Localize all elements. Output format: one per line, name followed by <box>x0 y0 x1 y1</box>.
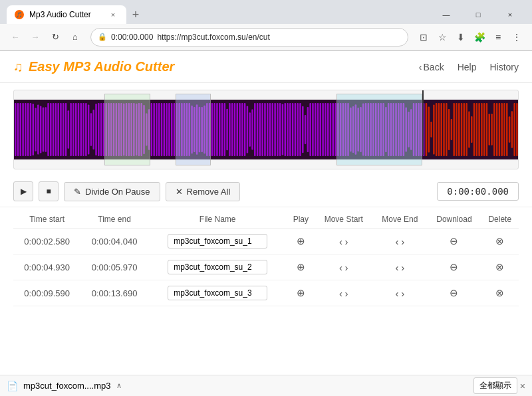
move-end-left-button[interactable]: ‹ <box>396 236 399 247</box>
cell-time-start: 0:00:09.590 <box>13 280 80 306</box>
svg-rect-124 <box>325 103 326 156</box>
cell-delete[interactable]: ⊗ <box>481 229 519 254</box>
move-start-right-button[interactable]: › <box>345 236 348 247</box>
divide-on-pause-button[interactable]: ✎ Divide On Pause <box>64 182 160 201</box>
chevron-up-icon[interactable]: ∧ <box>116 381 122 390</box>
history-link[interactable]: History <box>489 62 519 72</box>
file-icon: 📄 <box>7 381 18 391</box>
cell-delete[interactable]: ⊗ <box>481 254 519 280</box>
svg-rect-19 <box>60 103 61 156</box>
minimize-button[interactable]: — <box>431 5 462 24</box>
restore-button[interactable]: □ <box>463 5 493 24</box>
cell-file-name[interactable] <box>148 254 287 280</box>
download-icon[interactable]: ⬇ <box>452 29 469 46</box>
stop-button[interactable]: ■ <box>39 181 59 201</box>
cell-file-name[interactable] <box>148 280 287 306</box>
new-tab-button[interactable]: + <box>126 5 145 24</box>
file-name-input[interactable] <box>168 286 267 300</box>
help-link[interactable]: Help <box>458 62 477 72</box>
cell-move-end[interactable]: ‹ › <box>372 229 427 254</box>
svg-rect-33 <box>95 104 96 155</box>
cell-move-end[interactable]: ‹ › <box>372 280 427 306</box>
cell-download[interactable]: ⊖ <box>427 229 481 254</box>
svg-rect-177 <box>458 103 460 156</box>
back-nav-button[interactable]: ‹ Back <box>419 62 444 72</box>
puzzle-icon[interactable]: 🧩 <box>471 29 488 46</box>
th-time-start: Time start <box>13 211 80 229</box>
cell-move-end[interactable]: ‹ › <box>372 254 427 280</box>
cell-play[interactable]: ⊕ <box>287 229 315 254</box>
close-download-button[interactable]: × <box>520 381 525 391</box>
move-end-left-button[interactable]: ‹ <box>396 288 399 299</box>
row-play-button[interactable]: ⊕ <box>297 235 305 247</box>
move-end-left-button[interactable]: ‹ <box>396 262 399 273</box>
back-button[interactable]: ← <box>7 29 24 46</box>
move-end-right-button[interactable]: › <box>401 236 404 247</box>
svg-rect-2 <box>17 103 19 156</box>
move-start-right-button[interactable]: › <box>345 262 348 273</box>
cell-move-start[interactable]: ‹ › <box>315 229 372 254</box>
window-controls: — □ × <box>431 5 525 24</box>
move-start-left-button[interactable]: ‹ <box>339 262 342 273</box>
show-all-button[interactable]: 全都顯示 <box>473 377 517 394</box>
row-play-button[interactable]: ⊕ <box>297 261 305 273</box>
cell-play[interactable]: ⊕ <box>287 254 315 280</box>
download-button[interactable]: ⊖ <box>450 235 458 247</box>
move-start-left-button[interactable]: ‹ <box>339 236 342 247</box>
svg-rect-28 <box>82 103 84 156</box>
toolbar-icons: ⊡ ☆ ⬇ 🧩 ≡ ⋮ <box>415 29 525 46</box>
cell-play[interactable]: ⊕ <box>287 280 315 306</box>
row-play-button[interactable]: ⊕ <box>297 287 305 299</box>
forward-button[interactable]: → <box>27 29 44 46</box>
file-name-input[interactable] <box>168 234 267 248</box>
svg-rect-120 <box>315 103 316 156</box>
delete-button[interactable]: ⊗ <box>495 235 504 247</box>
waveform-container[interactable]: // This will be generated dynamically be… <box>13 90 519 169</box>
cell-delete[interactable]: ⊗ <box>481 280 519 306</box>
move-end-right-button[interactable]: › <box>401 288 404 299</box>
cell-move-start[interactable]: ‹ › <box>315 254 372 280</box>
svg-rect-6 <box>27 103 29 156</box>
browser-tab[interactable]: 🎵 Mp3 Audio Cutter × <box>7 5 126 24</box>
move-start-right-button[interactable]: › <box>345 288 348 299</box>
scrollbar[interactable] <box>24 169 508 169</box>
svg-rect-184 <box>476 103 477 156</box>
home-button[interactable]: ⌂ <box>66 29 84 46</box>
remove-all-button[interactable]: ✕ Remove All <box>166 182 241 201</box>
close-button[interactable]: × <box>495 5 525 24</box>
svg-rect-101 <box>267 103 268 156</box>
svg-rect-35 <box>100 103 102 156</box>
region-2[interactable] <box>176 94 211 165</box>
region-3[interactable] <box>336 94 422 165</box>
download-button[interactable]: ⊖ <box>450 287 458 299</box>
cell-download[interactable]: ⊖ <box>427 254 481 280</box>
cast-icon[interactable]: ⊡ <box>415 29 432 46</box>
lock-icon: 🔒 <box>98 33 107 41</box>
cell-move-start[interactable]: ‹ › <box>315 280 372 306</box>
svg-rect-198 <box>511 111 513 148</box>
cell-time-end: 0:00:04.040 <box>80 229 148 254</box>
header-row: Time start Time end File Name Play Move … <box>13 211 519 229</box>
url-bar[interactable]: 🔒 0:00:00.000 https://mp3cut.foxcom.su/e… <box>90 28 408 47</box>
file-name-input[interactable] <box>168 260 267 274</box>
cell-file-name[interactable] <box>148 229 287 254</box>
svg-rect-123 <box>322 103 323 156</box>
move-end-right-button[interactable]: › <box>401 262 404 273</box>
play-button[interactable]: ▶ <box>13 181 33 201</box>
reload-button[interactable]: ↻ <box>47 29 64 46</box>
format-icon[interactable]: ≡ <box>489 29 507 46</box>
svg-rect-172 <box>446 103 447 156</box>
cell-time-start: 0:00:04.930 <box>13 254 80 280</box>
delete-button[interactable]: ⊗ <box>495 261 504 273</box>
cell-download[interactable]: ⊖ <box>427 280 481 306</box>
bookmark-icon[interactable]: ☆ <box>434 29 451 46</box>
region-1[interactable] <box>104 94 150 165</box>
menu-icon[interactable]: ⋮ <box>508 29 525 46</box>
svg-rect-55 <box>151 103 152 156</box>
delete-button[interactable]: ⊗ <box>495 287 504 299</box>
svg-rect-122 <box>320 103 321 156</box>
move-start-left-button[interactable]: ‹ <box>339 288 342 299</box>
download-button[interactable]: ⊖ <box>450 261 458 273</box>
svg-rect-20 <box>63 103 64 156</box>
tab-close-button[interactable]: × <box>108 9 118 20</box>
